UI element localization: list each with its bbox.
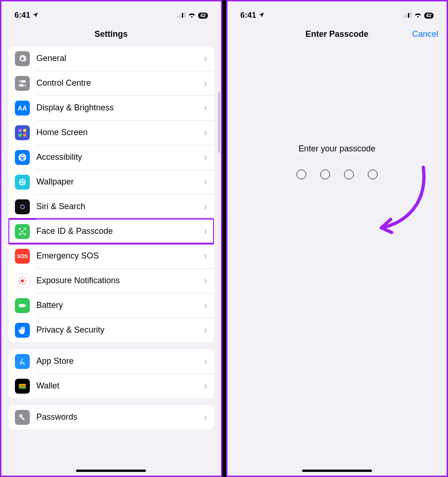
svg-point-32 bbox=[25, 280, 26, 281]
passcode-dot bbox=[368, 170, 378, 179]
svg-rect-3 bbox=[184, 12, 186, 18]
settings-row-display[interactable]: AADisplay & Brightness› bbox=[8, 95, 214, 120]
svg-rect-9 bbox=[23, 129, 27, 132]
chevron-right-icon: › bbox=[204, 300, 207, 312]
svg-rect-49 bbox=[406, 14, 407, 18]
chevron-right-icon: › bbox=[204, 250, 207, 262]
svg-point-22 bbox=[23, 183, 25, 185]
chevron-right-icon: › bbox=[204, 225, 207, 238]
passcode-dot bbox=[344, 170, 354, 179]
svg-point-26 bbox=[21, 230, 22, 231]
battery-icon: 42 bbox=[424, 13, 434, 19]
switches-icon bbox=[15, 76, 30, 91]
settings-row-wallet[interactable]: Wallet› bbox=[8, 374, 214, 398]
home-indicator[interactable] bbox=[76, 470, 146, 472]
svg-point-27 bbox=[23, 230, 24, 231]
status-time: 6:41 bbox=[14, 11, 30, 20]
svg-point-45 bbox=[20, 415, 21, 416]
chevron-right-icon: › bbox=[204, 380, 207, 392]
appstore-icon bbox=[15, 354, 30, 369]
settings-group: App Store›Wallet› bbox=[8, 349, 214, 398]
passcode-dot bbox=[320, 170, 330, 179]
faceid-icon bbox=[15, 224, 30, 239]
settings-row-label: Wallet bbox=[36, 381, 204, 391]
svg-point-5 bbox=[20, 81, 21, 82]
svg-rect-38 bbox=[26, 305, 27, 306]
passcode-body: Enter your passcode bbox=[227, 46, 447, 476]
page-title: Settings bbox=[95, 29, 128, 39]
svg-point-15 bbox=[21, 178, 23, 180]
svg-rect-41 bbox=[19, 384, 26, 385]
svg-point-23 bbox=[19, 203, 27, 211]
chevron-right-icon: › bbox=[204, 275, 207, 287]
home-indicator[interactable] bbox=[302, 470, 372, 472]
settings-row-wallpaper[interactable]: Wallpaper› bbox=[8, 170, 214, 194]
svg-point-28 bbox=[21, 279, 24, 282]
passcode-prompt: Enter your passcode bbox=[298, 144, 375, 154]
settings-row-label: App Store bbox=[36, 356, 204, 366]
svg-rect-39 bbox=[18, 357, 27, 366]
battery-icon: 42 bbox=[198, 13, 207, 19]
sos-icon: SOS bbox=[15, 249, 30, 264]
svg-point-20 bbox=[23, 179, 25, 181]
settings-group: General›Control Centre›AADisplay & Brigh… bbox=[8, 46, 214, 342]
settings-row-general[interactable]: General› bbox=[8, 46, 214, 71]
svg-point-19 bbox=[20, 179, 21, 181]
status-bar: 6:41 42 bbox=[1, 1, 221, 22]
svg-rect-10 bbox=[19, 133, 22, 136]
settings-row-accessibility[interactable]: Accessibility› bbox=[8, 145, 214, 170]
chevron-right-icon: › bbox=[204, 411, 207, 423]
settings-row-control-centre[interactable]: Control Centre› bbox=[8, 71, 214, 95]
settings-row-sos[interactable]: SOSEmergency SOS› bbox=[8, 244, 214, 268]
scrollbar[interactable] bbox=[218, 92, 220, 153]
svg-point-34 bbox=[24, 278, 25, 279]
settings-row-privacy[interactable]: Privacy & Security› bbox=[8, 318, 214, 342]
svg-point-35 bbox=[20, 283, 21, 284]
nav-header: Settings bbox=[1, 22, 221, 46]
svg-rect-2 bbox=[182, 13, 183, 18]
settings-row-label: Exposure Notifications bbox=[36, 276, 204, 286]
chevron-right-icon: › bbox=[204, 201, 207, 213]
chevron-right-icon: › bbox=[204, 127, 207, 139]
svg-point-18 bbox=[24, 181, 26, 183]
settings-scroll[interactable]: General›Control Centre›AADisplay & Brigh… bbox=[1, 46, 221, 476]
settings-row-label: Passwords bbox=[36, 412, 204, 422]
wifi-icon bbox=[188, 11, 196, 20]
svg-point-30 bbox=[22, 284, 23, 285]
passcode-dots[interactable] bbox=[296, 170, 378, 179]
svg-rect-48 bbox=[403, 16, 405, 18]
svg-point-7 bbox=[23, 84, 25, 86]
status-time: 6:41 bbox=[241, 11, 256, 20]
svg-rect-8 bbox=[19, 129, 22, 132]
svg-point-33 bbox=[20, 278, 21, 279]
wifi-icon bbox=[414, 11, 422, 20]
settings-row-label: Face ID & Passcode bbox=[36, 226, 204, 236]
location-icon bbox=[32, 12, 39, 20]
aa-icon: AA bbox=[15, 101, 30, 116]
page-title: Enter Passcode bbox=[305, 29, 368, 39]
siri-icon bbox=[15, 199, 30, 214]
svg-rect-51 bbox=[410, 12, 412, 18]
settings-row-label: Battery bbox=[36, 300, 204, 310]
chevron-right-icon: › bbox=[204, 102, 207, 114]
settings-row-siri[interactable]: Siri & Search› bbox=[8, 194, 214, 219]
svg-point-31 bbox=[18, 280, 19, 281]
svg-point-14 bbox=[21, 181, 24, 183]
settings-group: Passwords› bbox=[8, 405, 214, 429]
settings-screen: 6:41 42 bbox=[0, 0, 222, 477]
settings-row-appstore[interactable]: App Store› bbox=[8, 349, 214, 374]
svg-rect-0 bbox=[177, 16, 179, 18]
cancel-button[interactable]: Cancel bbox=[412, 29, 438, 39]
settings-row-battery[interactable]: Battery› bbox=[8, 293, 214, 318]
settings-row-faceid[interactable]: Face ID & Passcode› bbox=[8, 219, 214, 244]
wallet-icon bbox=[15, 379, 30, 394]
flower-icon bbox=[15, 175, 30, 190]
settings-row-passwords[interactable]: Passwords› bbox=[8, 405, 214, 429]
passcode-screen: 6:41 42 bbox=[226, 0, 448, 477]
settings-row-exposure[interactable]: Exposure Notifications› bbox=[8, 268, 214, 293]
settings-row-label: Accessibility bbox=[36, 152, 204, 162]
settings-row-home-screen[interactable]: Home Screen› bbox=[8, 120, 214, 145]
svg-rect-43 bbox=[19, 387, 26, 388]
key-icon bbox=[15, 410, 30, 425]
chevron-right-icon: › bbox=[204, 151, 207, 164]
